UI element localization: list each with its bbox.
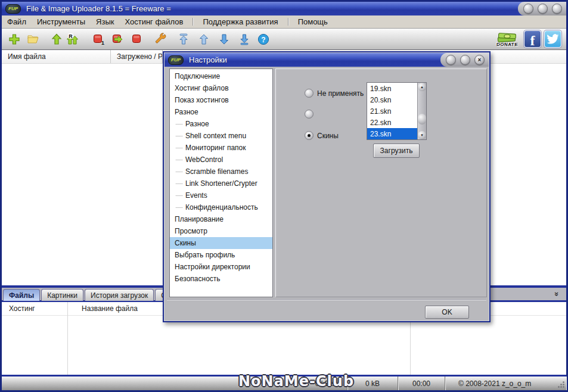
tree-item-events[interactable]: Events <box>170 189 272 201</box>
upload-icon[interactable] <box>50 33 63 46</box>
tree-item-link-shortener[interactable]: Link Shortener/Crypter <box>170 178 272 189</box>
tree-item-directory-settings[interactable]: Настройки директории <box>170 261 272 273</box>
app-window: FUP File & Image Uploader 8.1.5 = Freewa… <box>0 0 568 392</box>
menu-support[interactable]: Поддержка развития <box>197 16 283 27</box>
tab-pictures[interactable]: Картинки <box>41 289 83 301</box>
radio-icon[interactable] <box>305 110 314 119</box>
radio-skins[interactable]: Скины <box>305 131 339 140</box>
load-skin-button[interactable]: Загрузить <box>373 144 420 158</box>
menu-help[interactable]: Помощь <box>293 16 333 27</box>
tree-item-scheduling[interactable]: Планирование <box>170 213 272 225</box>
radio-checked-icon[interactable] <box>305 131 314 140</box>
column-uploaded[interactable]: Загружено / Р... <box>111 50 163 63</box>
menu-tools[interactable]: Инструменты <box>32 16 91 27</box>
tree-item-misc-sub[interactable]: Разное <box>170 118 272 130</box>
tree-item-label: Просмотр <box>175 227 207 235</box>
tree-branch <box>176 147 182 148</box>
add-icon[interactable] <box>8 33 21 46</box>
menu-language[interactable]: Язык <box>91 16 119 27</box>
tree-item-label: Мониторинг папок <box>185 144 246 152</box>
tab-upload-history[interactable]: История загрузок <box>85 289 154 301</box>
ok-button[interactable]: OK <box>425 306 469 319</box>
dialog-minimize-button[interactable] <box>446 55 456 65</box>
radio-label: Не применять <box>317 89 364 98</box>
tree-item-scramble-filenames[interactable]: Scramble filenames <box>170 166 272 178</box>
radio-label: Скины <box>317 132 339 140</box>
tree-item-misc[interactable]: Разное <box>170 106 272 118</box>
status-total-size: 0 kB <box>347 377 398 390</box>
status-time: 00:00 <box>398 377 445 390</box>
tree-item-label: Планирование <box>175 215 224 223</box>
move-bottom-icon[interactable] <box>238 33 251 46</box>
resize-grip[interactable] <box>557 381 565 388</box>
column-hosting[interactable]: Хостинг <box>2 302 75 315</box>
twitter-bird-icon <box>547 33 559 45</box>
menu-bar: Файл Инструменты Язык Хостинг файлов Под… <box>2 15 566 29</box>
facebook-icon: f <box>530 35 535 47</box>
menu-file-hosting[interactable]: Хостинг файлов <box>119 16 188 27</box>
tree-item-security[interactable]: Безопасность <box>170 273 272 285</box>
column-divider <box>67 302 68 375</box>
donate-button[interactable]: DONATE <box>493 31 521 47</box>
tree-item-label: Разное <box>175 108 198 116</box>
facebook-button[interactable]: f <box>524 30 541 48</box>
toolbar: R 1 ? DONATE f <box>2 29 566 50</box>
column-file-name[interactable]: Название файла <box>75 302 138 315</box>
tree-branch <box>176 207 182 208</box>
tree-item-show-hostings[interactable]: Показ хостингов <box>170 94 272 106</box>
tools-icon[interactable] <box>154 33 167 46</box>
tree-item-label: Scramble filenames <box>185 167 248 176</box>
svg-text:R: R <box>69 33 73 39</box>
tab-files[interactable]: Файлы <box>3 289 40 301</box>
open-folder-icon[interactable] <box>26 33 39 46</box>
tree-item-label: Настройки директории <box>175 263 250 271</box>
maximize-button[interactable] <box>538 4 548 14</box>
scroll-up-icon[interactable]: ▲ <box>418 83 426 91</box>
stop-one-icon[interactable]: 1 <box>92 33 105 46</box>
tree-item-privacy[interactable]: Конфиденциальность <box>170 201 272 213</box>
settings-tree[interactable]: Подключение Хостинг файлов Показ хостинг… <box>169 69 273 297</box>
help-icon[interactable]: ? <box>257 33 270 46</box>
window-title: File & Image Uploader 8.1.5 = Freeware = <box>26 4 171 13</box>
tree-item-folder-monitoring[interactable]: Мониторинг папок <box>170 142 272 154</box>
skin-item-selected[interactable]: 23.skn <box>367 128 421 139</box>
tree-item-label: Скины <box>175 239 196 247</box>
status-copyright: © 2008-2021 z_o_o_m <box>445 377 566 390</box>
stop-icon[interactable] <box>131 33 144 46</box>
column-filename[interactable]: Имя файла <box>2 50 111 63</box>
scrollbar-thumb[interactable] <box>418 114 426 125</box>
minimize-button[interactable] <box>523 4 533 14</box>
tree-item-connection[interactable]: Подключение <box>170 70 272 82</box>
radio-icon[interactable] <box>305 89 314 98</box>
dialog-body: Подключение Хостинг файлов Показ хостинг… <box>164 67 489 321</box>
twitter-button[interactable] <box>544 30 561 48</box>
dialog-maximize-button[interactable] <box>460 55 470 65</box>
move-top-icon[interactable] <box>177 33 190 46</box>
scroll-down-icon[interactable]: ▼ <box>418 131 426 139</box>
tree-item-webcontrol[interactable]: WebControl <box>170 154 272 166</box>
tree-item-file-hosting[interactable]: Хостинг файлов <box>170 82 272 94</box>
tree-branch <box>176 183 182 184</box>
tree-item-label: WebControl <box>185 155 223 164</box>
main-titlebar[interactable]: FUP File & Image Uploader 8.1.5 = Freewa… <box>2 2 566 15</box>
tree-branch <box>176 171 182 172</box>
tree-branch <box>176 123 182 125</box>
stop-continue-icon[interactable] <box>111 33 124 46</box>
tree-item-shell-context-menu[interactable]: Shell context menu <box>170 130 272 142</box>
close-button[interactable] <box>552 4 562 14</box>
menu-file[interactable]: Файл <box>2 16 32 27</box>
tree-item-view[interactable]: Просмотр <box>170 225 272 237</box>
dialog-title: Настройки <box>189 55 227 64</box>
skin-file-listbox[interactable]: 19.skn 20.skn 21.skn 22.skn 23.skn ▲ ▼ <box>367 82 427 140</box>
skin-list-scrollbar[interactable]: ▲ ▼ <box>417 83 426 139</box>
dialog-titlebar[interactable]: FUP Настройки × <box>164 53 489 67</box>
dialog-close-button[interactable]: × <box>474 55 485 65</box>
radio-do-not-apply[interactable]: Не применять <box>305 89 364 98</box>
upload-all-resume-icon[interactable]: R <box>66 33 79 46</box>
chevron-more-icon[interactable]: » <box>553 292 561 296</box>
tree-item-skins[interactable]: Скины <box>170 237 272 249</box>
radio-unnamed[interactable] <box>305 110 317 119</box>
tree-item-choose-profile[interactable]: Выбрать профиль <box>170 249 272 261</box>
move-down-icon[interactable] <box>218 33 231 46</box>
move-up-icon[interactable] <box>197 33 210 46</box>
